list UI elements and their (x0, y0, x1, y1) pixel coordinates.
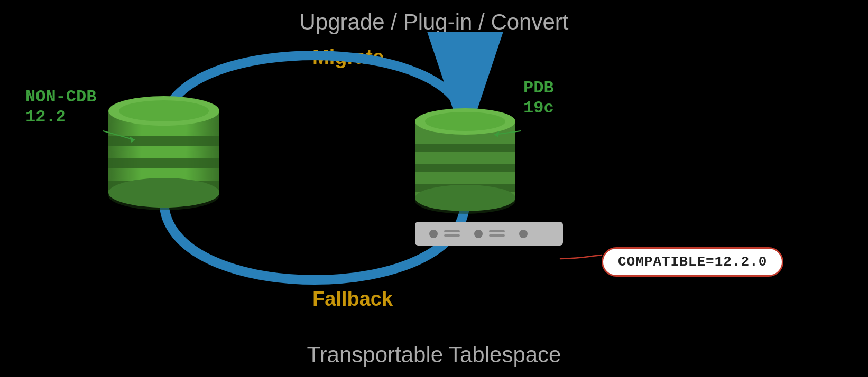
svg-point-19 (519, 230, 528, 238)
svg-rect-18 (489, 234, 505, 237)
svg-rect-14 (444, 230, 460, 232)
svg-point-16 (474, 230, 483, 238)
svg-point-13 (429, 230, 438, 238)
svg-rect-22 (415, 144, 515, 152)
svg-point-26 (425, 112, 505, 131)
svg-rect-15 (444, 234, 460, 237)
svg-point-27 (415, 185, 515, 211)
svg-point-11 (108, 178, 219, 208)
scene: Upgrade / Plug-in / Convert Migrate Fall… (0, 0, 868, 377)
svg-rect-7 (108, 158, 219, 168)
diagram-svg (0, 0, 868, 377)
svg-rect-17 (489, 230, 505, 232)
svg-rect-23 (415, 164, 515, 172)
svg-point-10 (119, 100, 209, 121)
